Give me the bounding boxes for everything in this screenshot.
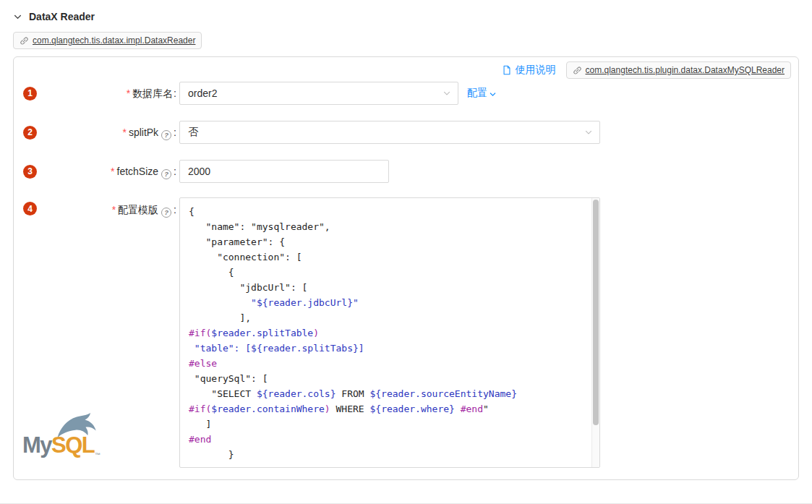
- required-mark: *: [111, 166, 114, 177]
- required-mark: *: [122, 127, 126, 138]
- field-row-splitpk: 2 *splitPk?: 否: [14, 121, 798, 144]
- splitpk-select-value: 否: [188, 126, 198, 139]
- usage-doc-label: 使用说明: [516, 64, 556, 77]
- document-icon: [502, 65, 512, 75]
- section-title: DataX Reader: [29, 11, 95, 22]
- splitpk-select[interactable]: 否: [179, 121, 600, 144]
- plugin-impl-tag[interactable]: com.qlangtech.tis.plugin.datax.DataxMySQ…: [566, 61, 791, 79]
- reader-impl-tag[interactable]: com.qlangtech.tis.datax.impl.DataxReader: [13, 32, 202, 49]
- fetchsize-label: *fetchSize?:: [37, 164, 176, 179]
- code-editor-content: { "name": "mysqlreader", "parameter": { …: [180, 198, 599, 468]
- mysql-logo-text: MySQL™: [22, 435, 113, 466]
- datax-reader-page: DataX Reader com.qlangtech.tis.datax.imp…: [0, 0, 812, 504]
- code-editor[interactable]: { "name": "mysqlreader", "parameter": { …: [179, 197, 600, 468]
- field-row-dbname: 1 *数据库名: order2 配置: [14, 82, 798, 105]
- config-link[interactable]: 配置: [467, 87, 496, 100]
- code-editor-scrollbar[interactable]: [591, 198, 599, 467]
- panel-header: 使用说明 com.qlangtech.tis.plugin.datax.Data…: [14, 57, 798, 79]
- dbname-select[interactable]: order2: [179, 82, 458, 105]
- link-icon: [20, 36, 29, 46]
- splitpk-label: *splitPk?:: [37, 125, 176, 140]
- scrollbar-thumb[interactable]: [593, 200, 599, 425]
- dbname-label: *数据库名:: [37, 86, 176, 101]
- chevron-down-icon: [14, 13, 22, 21]
- field-index-badge: 1: [23, 87, 37, 101]
- datax-reader-collapse-header[interactable]: DataX Reader: [0, 0, 812, 22]
- field-index-badge: 3: [23, 165, 37, 179]
- reader-config-panel: 使用说明 com.qlangtech.tis.plugin.datax.Data…: [13, 56, 799, 480]
- required-mark: *: [112, 204, 116, 215]
- chevron-down-icon: [443, 90, 450, 97]
- required-mark: *: [127, 87, 130, 99]
- chevron-down-icon: [585, 129, 592, 136]
- help-icon[interactable]: ?: [161, 130, 171, 140]
- plugin-impl-link[interactable]: com.qlangtech.tis.plugin.datax.DataxMySQ…: [586, 64, 785, 76]
- help-icon[interactable]: ?: [161, 208, 171, 218]
- reader-impl-link[interactable]: com.qlangtech.tis.datax.impl.DataxReader: [33, 35, 195, 46]
- help-icon[interactable]: ?: [161, 169, 171, 179]
- template-label: *配置模版?:: [37, 202, 176, 218]
- usage-doc-link[interactable]: 使用说明: [502, 64, 556, 77]
- field-row-template: 4 *配置模版?: { "name": "mysqlreader", "para…: [14, 197, 798, 468]
- field-index-badge: 4: [23, 202, 37, 215]
- dbname-select-value: order2: [188, 87, 217, 99]
- field-row-fetchsize: 3 *fetchSize?:: [14, 160, 798, 183]
- fetchsize-input[interactable]: [179, 160, 389, 183]
- link-icon: [573, 66, 582, 75]
- chevron-down-icon: [490, 91, 496, 98]
- field-index-badge: 2: [23, 126, 37, 140]
- mysql-logo: MySQL™: [22, 411, 113, 466]
